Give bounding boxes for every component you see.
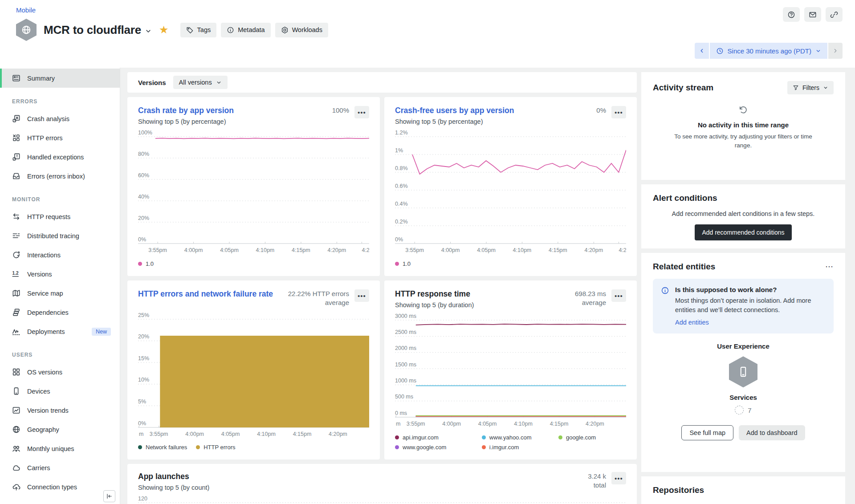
see-full-map-button[interactable]: See full map (681, 425, 733, 440)
related-entities-menu-button[interactable]: ⋯ (825, 262, 834, 272)
sidebar-item-handled-exceptions[interactable]: Handled exceptions (0, 147, 120, 167)
related-entities-title: Related entities (653, 262, 715, 272)
legend-item-i-imgur-com[interactable]: i.imgur.com (482, 444, 550, 451)
chart-plot-app-launches[interactable]: 120 (138, 496, 626, 504)
sidebar-section-heading: USERS (0, 341, 120, 362)
filters-button[interactable]: Filters (787, 81, 834, 94)
chart-summary-value: 698.23 ms average (568, 289, 606, 308)
versions-dropdown[interactable]: All versions (173, 76, 228, 89)
add-to-dashboard-button[interactable]: Add to dashboard (739, 425, 805, 440)
sidebar-item-distributed-tracing[interactable]: Distributed tracing (0, 226, 120, 245)
chart-title-http-errors-rate[interactable]: HTTP errors and network failure rate (138, 289, 277, 299)
tags-button[interactable]: Tags (180, 23, 217, 37)
sidebar-item-monthly-uniques[interactable]: Monthly uniques (0, 439, 120, 458)
legend-item-google-com[interactable]: google.com (558, 434, 626, 441)
sidebar-item-label: Summary (27, 75, 55, 82)
favorite-star-icon[interactable]: ★ (159, 24, 169, 35)
chevron-left-icon (699, 48, 705, 54)
sidebar-item-os-versions[interactable]: OS versions (0, 362, 120, 382)
svg-text:25%: 25% (138, 312, 149, 318)
sidebar-item-label: Crash analysis (27, 115, 69, 122)
utility-buttons (783, 7, 843, 22)
svg-text:100%: 100% (138, 130, 152, 136)
time-next-button[interactable] (828, 43, 843, 59)
svg-text:4:15pm: 4:15pm (549, 247, 567, 253)
chart-menu-button[interactable]: ••• (611, 106, 626, 118)
time-range-button[interactable]: Since 30 minutes ago (PDT) (710, 43, 827, 59)
sidebar-item-service-map[interactable]: Service map (0, 284, 120, 303)
svg-text:3000 ms: 3000 ms (395, 313, 416, 319)
info-box-body: Most things don’t operate in isolation. … (675, 296, 826, 315)
repositories-title: Repositories (653, 485, 834, 495)
link-icon (830, 11, 838, 19)
sidebar-item-version-trends[interactable]: Version trends (0, 401, 120, 420)
sidebar-item-interactions[interactable]: Interactions (0, 245, 120, 264)
legend-item-1-0[interactable]: 1.0 (138, 260, 154, 267)
legend-item-www-google-com[interactable]: www.google.com (395, 444, 473, 451)
sidebar-item-http-errors[interactable]: HTTP errors (0, 128, 120, 147)
sidebar-item-devices[interactable]: Devices (0, 382, 120, 401)
chart-title-crash-rate[interactable]: Crash rate by app version (138, 106, 327, 116)
sidebar-item-label: Connection types (27, 484, 77, 491)
sidebar-item-summary[interactable]: Summary (0, 69, 120, 88)
chart-plot-crash-rate[interactable]: 100%80%60%40%20%0%3:55pm4:00pm4:05pm4:10… (138, 130, 369, 257)
chart-menu-button[interactable]: ••• (611, 472, 626, 484)
chart-menu-button[interactable]: ••• (611, 289, 626, 302)
chart-card-http-errors-rate: HTTP errors and network failure rate22.2… (127, 280, 380, 459)
chart-subtitle: Showing top 5 (by duration) (395, 301, 562, 309)
chart-menu-button[interactable]: ••• (354, 289, 369, 302)
email-button[interactable] (804, 7, 821, 22)
chart-menu-button[interactable]: ••• (354, 106, 369, 118)
legend-item-1-0[interactable]: 1.0 (395, 260, 411, 267)
time-prev-button[interactable] (695, 43, 709, 59)
chart-summary-value: 3.24 k total (579, 472, 606, 490)
sidebar-item-connection-types[interactable]: Connection types (0, 477, 120, 496)
link-button[interactable] (826, 7, 843, 22)
chart-title-crash-free[interactable]: Crash-free users by app version (395, 106, 591, 116)
undo-icon (738, 105, 748, 115)
clock-icon (716, 47, 724, 55)
mobile-phone-icon (737, 366, 749, 378)
sidebar-item-carriers[interactable]: Carriers (0, 458, 120, 477)
add-recommended-conditions-button[interactable]: Add recommended conditions (695, 224, 791, 240)
versions-icon: 1.2 (12, 270, 20, 278)
sidebar-item-dependencies[interactable]: Dependencies (0, 303, 120, 322)
sidebar-item-crash-analysis[interactable]: Crash analysis (0, 109, 120, 128)
legend-item-http-errors[interactable]: HTTP errors (196, 444, 235, 451)
chevron-down-icon (216, 80, 222, 85)
user-experience-label: User Experience (653, 342, 834, 350)
workloads-button[interactable]: Workloads (275, 23, 328, 37)
metadata-button[interactable]: Metadata (221, 23, 270, 37)
add-entities-link[interactable]: Add entities (675, 319, 709, 326)
chart-plot-http-errors-rate[interactable]: 25%20%15%10%5%0%m3:55pm4:00pm4:05pm4:10p… (138, 312, 369, 441)
svg-text:4:20pm: 4:20pm (586, 421, 604, 427)
legend-item-network-failures[interactable]: Network failures (138, 444, 187, 451)
breadcrumb[interactable]: Mobile (16, 6, 36, 14)
sidebar-item-label: HTTP requests (27, 213, 70, 220)
help-button[interactable] (783, 7, 800, 22)
related-entities-info-box: Is this supposed to work alone? Most thi… (653, 279, 834, 333)
sidebar-item-deployments[interactable]: DeploymentsNew (0, 322, 120, 341)
svg-text:5%: 5% (138, 398, 146, 404)
legend-item-www-yahoo-com[interactable]: www.yahoo.com (482, 434, 550, 441)
interactions-icon (12, 251, 20, 259)
svg-text:0%: 0% (138, 420, 146, 426)
svg-text:m: m (139, 431, 143, 437)
sidebar-item-errors-errors-inbox[interactable]: Errors (errors inbox) (0, 167, 120, 186)
sidebar-item-geography[interactable]: Geography (0, 420, 120, 439)
sidebar-item-versions[interactable]: 1.2Versions (0, 264, 120, 284)
activity-stream-panel: Activity stream Filters No activity in t… (641, 72, 845, 180)
handled-exceptions-icon (12, 153, 20, 161)
entity-map-preview: User Experience Services 7 See full map … (653, 342, 834, 440)
chart-plot-crash-free[interactable]: 1.2%1%0.8%0.6%0.4%0.2%0%3:55pm4:00pm4:05… (395, 130, 626, 257)
app-header: Mobile MCR to cloudflare ★ TagsMetadataW… (0, 0, 855, 68)
legend-item-api-imgur-com[interactable]: api.imgur.com (395, 434, 473, 441)
collapse-sidebar-button[interactable] (103, 490, 115, 502)
mobile-app-hexagon-node[interactable] (729, 356, 757, 387)
sidebar-item-http-requests[interactable]: HTTP requests (0, 207, 120, 226)
svg-text:4:00pm: 4:00pm (441, 247, 460, 253)
title-chevron-down-icon[interactable] (145, 28, 152, 35)
chart-plot-http-response-time[interactable]: 3000 ms2500 ms2000 ms1500 ms1000 ms500 m… (395, 313, 626, 431)
svg-text:2500 ms: 2500 ms (395, 329, 416, 335)
devices-icon (12, 387, 20, 395)
